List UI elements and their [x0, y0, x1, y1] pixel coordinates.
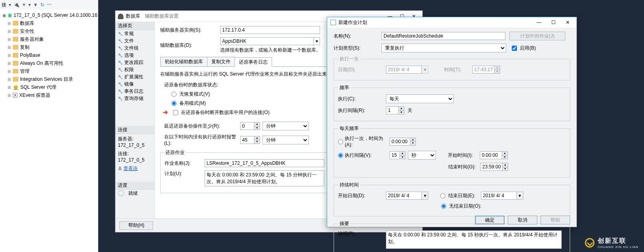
expand-icon[interactable]: ⊞	[7, 77, 11, 82]
explorer-toolbar: 接 ▾ 🔌 ✶ ▾ ▼ ↻ 〰	[0, 0, 98, 10]
daily-interval-unit-select[interactable]: 秒	[408, 151, 436, 160]
expand-icon[interactable]: ⊞	[7, 21, 11, 26]
secondary-server-label: 辅助服务器实例(S):	[160, 27, 220, 34]
schedule-type-select[interactable]: 重复执行	[382, 44, 506, 52]
tree-item[interactable]: 安全性	[20, 28, 34, 35]
red-arrow-icon: ➜	[163, 108, 168, 116]
tree-item[interactable]: 复制	[20, 44, 30, 51]
expand-icon[interactable]: ⊞	[7, 45, 11, 50]
folder-icon	[13, 69, 18, 74]
ok-button[interactable]: 确定	[475, 216, 505, 224]
tree-item[interactable]: PolyBase	[20, 52, 40, 58]
wrench-icon: 🔧	[118, 75, 123, 79]
radio-standby[interactable]: 备用模式(M)	[171, 100, 206, 107]
help-button[interactable]: 帮助(H)	[119, 221, 153, 230]
close-icon[interactable]: ✕	[561, 18, 575, 27]
job-name-input[interactable]	[205, 159, 324, 167]
folder-icon	[13, 61, 18, 66]
tree-xevent[interactable]: XEvent 探查器	[19, 92, 50, 99]
schedule-name-input[interactable]	[382, 32, 505, 40]
watermark-logo-icon	[585, 238, 594, 248]
spinner-buttons[interactable]: ▲▼	[254, 136, 260, 144]
spinner-buttons[interactable]: ▲▼	[502, 163, 508, 170]
help-button[interactable]: 帮助	[541, 216, 570, 224]
radio-daily-once[interactable]	[338, 138, 345, 144]
radio-daily-interval[interactable]	[338, 152, 345, 158]
expand-icon[interactable]: ⊞	[7, 85, 11, 90]
expand-icon[interactable]: ⊞	[7, 37, 11, 42]
spinner-buttons[interactable]: ▲▼	[502, 152, 507, 159]
chevron-down-icon[interactable]: ▾	[314, 37, 320, 45]
spinner-buttons[interactable]: ▲▼	[410, 138, 415, 145]
side-item[interactable]: 扩展属性	[124, 74, 143, 80]
activity-icon[interactable]: 〰	[47, 2, 52, 8]
secondary-db-input[interactable]	[220, 37, 314, 45]
once-date-label: 日期(D):	[338, 66, 386, 73]
object-explorer-tree[interactable]: ▣▣172_17_0_5 (SQL Server 14.0.1000.169 ⊞…	[0, 11, 97, 99]
minimize-icon[interactable]: —	[532, 18, 546, 27]
start-date-input[interactable]	[386, 192, 422, 200]
checkbox-disconnect-users[interactable]: 在还原备份时断开数据库中用户的连接(O)	[173, 110, 270, 115]
server-label: 服务器:	[118, 136, 152, 142]
jobs-in-plan-button[interactable]: 计划中的作业(J)	[509, 32, 565, 40]
daily-once-label: 执行一次，时间为(A):	[345, 135, 390, 148]
tree-item[interactable]: 数据库	[20, 20, 34, 27]
side-item[interactable]: 文件组	[124, 45, 139, 52]
tree-agent[interactable]: SQL Server 代理	[20, 84, 56, 91]
side-item[interactable]: 权限	[124, 66, 134, 73]
tree-item[interactable]: Integration Services 目录	[20, 76, 73, 83]
start-time-label: 开始时间(I):	[448, 152, 480, 159]
occurs-select[interactable]: 每天	[386, 94, 454, 103]
tree-item[interactable]: 管理	[20, 68, 30, 75]
enable-checkbox[interactable]: 启用(B)	[512, 45, 536, 52]
side-item[interactable]: 更改跟踪	[124, 59, 143, 66]
progress-spinner-icon	[118, 190, 124, 196]
radio-no-end-date[interactable]: 无结束日期(O):	[441, 203, 481, 210]
tab-copy[interactable]: 复制文件	[207, 57, 235, 66]
plug-icon[interactable]: 🔌	[14, 2, 20, 8]
chevron-down-icon[interactable]: ▾	[517, 192, 523, 200]
side-item[interactable]: 文件	[124, 38, 134, 44]
schedule-type-label: 计划类型(S):	[334, 45, 382, 52]
connect-label[interactable]: 接	[2, 2, 6, 8]
daily-frequency-legend: 每天频率	[338, 125, 360, 132]
view-connection-link[interactable]: 查看连	[123, 166, 138, 171]
filter-icon[interactable]: ▼	[33, 2, 38, 8]
tab-restore-log[interactable]: 还原事务日志	[235, 57, 272, 67]
side-item[interactable]: 镜像	[124, 81, 134, 88]
chevron-down-icon[interactable]: ▾	[422, 192, 428, 200]
maximize-icon[interactable]: ☐	[546, 18, 561, 27]
expand-icon[interactable]: ⊞	[7, 53, 11, 58]
expand-icon[interactable]: ⊞	[7, 69, 11, 74]
expand-icon[interactable]: ⊞	[7, 93, 11, 98]
expand-icon[interactable]: ⊞	[7, 29, 11, 34]
tree-item[interactable]: Always On 高可用性	[20, 60, 64, 67]
side-item[interactable]: 查询存储	[124, 95, 143, 102]
connection-header: 连接	[115, 126, 154, 134]
radio-norecovery[interactable]: 无恢复模式(V)	[171, 91, 210, 97]
side-item[interactable]: 选项	[124, 52, 134, 59]
cancel-button[interactable]: 取消	[508, 216, 537, 224]
end-date-input[interactable]	[481, 192, 517, 200]
xevent-icon: X	[13, 93, 18, 98]
dialog-titlebar[interactable]: 新建作业计划 — ☐ ✕	[327, 17, 576, 28]
expand-icon[interactable]: ⊞	[7, 61, 11, 66]
collapse-icon[interactable]: ▣	[2, 13, 6, 18]
unplug-icon[interactable]: ✶	[22, 2, 26, 8]
refresh-icon[interactable]: ↻	[40, 2, 44, 8]
server-node[interactable]: 172_17_0_5 (SQL Server 14.0.1000.169	[14, 12, 97, 18]
spinner-buttons[interactable]: ▲▼	[254, 122, 260, 130]
description-textarea[interactable]: 每天在 0:00:00 和 23:59:00 之间、每 15 秒执行一次。将从 …	[386, 230, 562, 249]
spinner-buttons[interactable]: ▲▼	[398, 107, 404, 114]
radio-end-date[interactable]: 结束日期(E):	[440, 192, 475, 199]
side-item[interactable]: 事务日志	[124, 88, 143, 95]
tab-init[interactable]: 初始化辅助数据库	[160, 57, 207, 66]
secondary-server-input[interactable]	[220, 26, 320, 34]
wrench-icon: 🔧	[118, 32, 123, 36]
delay-unit-select[interactable]: 分钟	[262, 122, 309, 130]
side-item[interactable]: 常规	[124, 30, 134, 37]
tree-item[interactable]: 服务器对象	[20, 36, 44, 43]
plan-textarea[interactable]: 每天在 0:00:00 和 23:59:00 之间、每 15 分钟执行一次。将从…	[205, 170, 324, 186]
spinner-buttons[interactable]: ▲▼	[400, 152, 405, 159]
alert-unit-select[interactable]: 分钟	[262, 136, 309, 144]
